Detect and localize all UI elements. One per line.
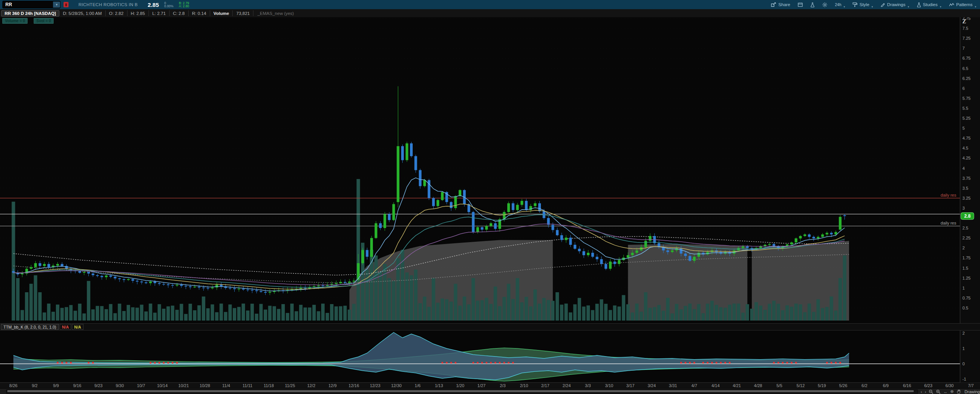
pan-right-icon[interactable]: › [925, 389, 926, 394]
svg-text:1: 1 [962, 346, 965, 351]
svg-text:4/14: 4/14 [711, 383, 719, 388]
svg-text:9/30: 9/30 [116, 383, 124, 388]
symbol-input[interactable]: RR ▾ [2, 1, 60, 8]
date-cell: D: 5/28/25, 1:00 AM [59, 10, 106, 16]
svg-text:2/17: 2/17 [541, 383, 549, 388]
svg-text:6.25: 6.25 [962, 76, 970, 81]
svg-text:0.5: 0.5 [962, 306, 968, 310]
svg-text:1/20: 1/20 [456, 383, 464, 388]
svg-text:10/28: 10/28 [199, 383, 210, 388]
chevron-down-icon: ▾ [872, 5, 873, 9]
svg-text:8/26: 8/26 [9, 383, 17, 388]
last-price-badge: 2.8 [961, 213, 974, 220]
svg-text:4.25: 4.25 [962, 156, 970, 160]
bid-ask-stack: B: 2.79 A: 2.80 [179, 2, 189, 8]
hand-tool-icon[interactable] [957, 389, 961, 394]
svg-text:6/23: 6/23 [924, 383, 932, 388]
svg-text:2/24: 2/24 [562, 383, 570, 388]
svg-text:10/14: 10/14 [157, 383, 168, 388]
svg-text:11/18: 11/18 [264, 383, 274, 388]
zoom-in-icon[interactable] [936, 389, 941, 394]
svg-text:1/13: 1/13 [435, 383, 443, 388]
chart-scrollbar[interactable] [6, 389, 918, 394]
top-bar: RR ▾ ▮ RICHTECH ROBOTICS IN B 2.85 0 0.0… [0, 0, 980, 9]
chevron-down-icon: ▾ [940, 5, 941, 9]
svg-text:6.75: 6.75 [962, 56, 970, 60]
indicator-header-row: TTM_bb_K (8, 2.0, 0, 21, 1.0) N/A N/A [0, 323, 980, 331]
svg-text:1/27: 1/27 [477, 383, 485, 388]
symbol-value[interactable]: RR [3, 2, 53, 7]
indicator-na2: N/A [72, 324, 83, 330]
last-price: 2.85 [148, 2, 159, 8]
drawings-button[interactable]: Drawings▾ [877, 0, 913, 9]
svg-text:12/9: 12/9 [328, 383, 336, 388]
svg-text:4.5: 4.5 [962, 146, 968, 150]
svg-text:12/2: 12/2 [307, 383, 315, 388]
svg-text:11/4: 11/4 [222, 383, 230, 388]
studies-button[interactable]: Studies▾ [913, 0, 945, 9]
svg-text:5.75: 5.75 [962, 96, 970, 101]
share-button[interactable]: Share [767, 0, 794, 9]
svg-text:1: 1 [962, 286, 965, 290]
svg-text:5/26: 5/26 [839, 383, 847, 388]
style-button[interactable]: Style▾ [849, 0, 877, 9]
gear-icon [822, 2, 827, 7]
svg-text:3/3: 3/3 [585, 383, 591, 388]
timeframe-button[interactable]: 24h▾ [831, 0, 849, 9]
low-cell: L: 2.71 [149, 10, 170, 16]
zoom-out-icon[interactable] [929, 389, 933, 394]
indicator-label[interactable]: TTM_bb_K (8, 2.0, 0, 21, 1.0) [1, 324, 59, 330]
svg-text:2.8: 2.8 [964, 213, 971, 219]
svg-text:daily res: daily res [941, 221, 956, 225]
change-percent: 0.00% [164, 5, 173, 8]
study-note[interactable]: _EMAS_new (yes) [253, 11, 297, 16]
svg-text:7: 7 [962, 46, 965, 50]
svg-text:12/16: 12/16 [349, 383, 359, 388]
svg-text:5.5: 5.5 [962, 106, 968, 111]
symbol-dropdown-icon[interactable]: ▾ [53, 2, 60, 8]
svg-text:2.5: 2.5 [962, 226, 968, 230]
svg-text:4.75: 4.75 [962, 136, 970, 140]
chart-area[interactable]: daily resdaily res8/269/29/99/169/239/30… [0, 17, 980, 388]
drawing-set-label[interactable]: Drawing set: Drawing set name [965, 389, 980, 394]
patterns-button[interactable]: Patterns▾ [945, 0, 980, 9]
svg-text:3: 3 [962, 206, 965, 210]
svg-text:3/24: 3/24 [648, 383, 656, 388]
calendar-icon [798, 2, 803, 7]
chevron-down-icon: ▾ [908, 5, 909, 9]
fit-width-icon[interactable]: ↔ [943, 389, 947, 394]
svg-text:11/11: 11/11 [242, 383, 252, 388]
settings-button[interactable] [818, 0, 831, 9]
svg-text:0: 0 [962, 361, 965, 366]
svg-text:4/28: 4/28 [754, 383, 762, 388]
svg-text:2: 2 [962, 246, 965, 250]
svg-text:12/23: 12/23 [370, 383, 381, 388]
crosshair-icon[interactable]: ⊕ [950, 389, 954, 394]
svg-text:9/23: 9/23 [95, 383, 103, 388]
pan-left-icon[interactable]: ‹ [921, 389, 922, 394]
svg-text:3.5: 3.5 [962, 186, 968, 190]
svg-text:6/16: 6/16 [903, 383, 911, 388]
svg-text:2/3: 2/3 [500, 383, 506, 388]
study-button-volume[interactable]: Volume = 0 [2, 18, 28, 24]
analysis-button[interactable] [807, 0, 818, 9]
svg-text:6/9: 6/9 [883, 383, 889, 388]
alert-icon[interactable]: ▮ [64, 2, 69, 7]
svg-text:7.5: 7.5 [962, 26, 968, 31]
axis-settings-icon[interactable]: Z [962, 18, 966, 25]
close-cell: C: 2.8 [170, 10, 189, 16]
svg-text:12/30: 12/30 [391, 383, 402, 388]
indicator-na1: N/A [60, 324, 71, 330]
svg-text:3/10: 3/10 [605, 383, 613, 388]
svg-text:7/7: 7/7 [968, 383, 973, 388]
svg-text:6/30: 6/30 [946, 383, 954, 388]
svg-text:4/21: 4/21 [733, 383, 741, 388]
svg-text:6/2: 6/2 [862, 383, 867, 388]
svg-text:2/10: 2/10 [520, 383, 528, 388]
calendar-button[interactable] [794, 0, 807, 9]
chart-title[interactable]: RR 360 D 24h [NASDAQ] [1, 10, 59, 16]
study-button-svol[interactable]: Svol = 0 [34, 18, 54, 24]
change-stack: 0 0.00% [164, 2, 173, 8]
scrollbar-thumb[interactable] [7, 390, 914, 392]
svg-text:5: 5 [962, 126, 965, 130]
